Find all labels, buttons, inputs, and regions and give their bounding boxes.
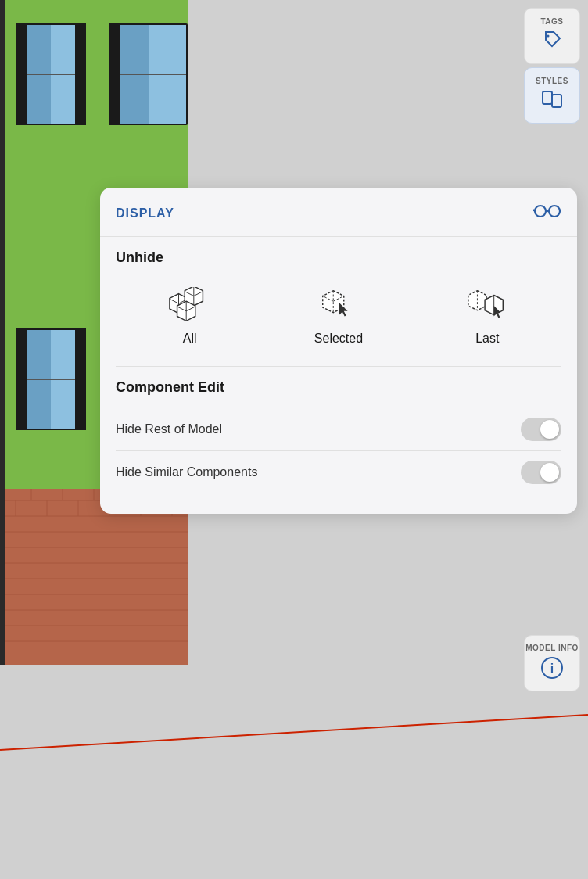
svg-line-60: [560, 210, 561, 211]
hide-rest-toggle-row: Hide Rest of Model: [116, 408, 561, 450]
hide-rest-label: Hide Rest of Model: [116, 422, 222, 436]
component-edit-title: Component Edit: [116, 379, 561, 396]
unhide-last-label: Last: [475, 332, 499, 346]
svg-rect-29: [16, 23, 27, 125]
svg-point-57: [549, 206, 560, 217]
svg-line-50: [0, 715, 588, 750]
model-info-icon: i: [540, 655, 565, 683]
unhide-title: Unhide: [116, 249, 561, 266]
hide-similar-toggle-row: Hide Similar Components: [116, 451, 561, 493]
styles-icon: [540, 88, 564, 115]
unhide-all-label: All: [183, 332, 197, 346]
glasses-icon[interactable]: [533, 203, 561, 224]
svg-rect-30: [75, 23, 86, 125]
svg-text:i: i: [550, 662, 554, 675]
diagonal-red-line: [0, 707, 588, 754]
panel-header: DISPLAY: [100, 203, 577, 237]
styles-button[interactable]: STYLES: [524, 67, 580, 124]
unhide-selected-button[interactable]: Selected: [299, 278, 378, 353]
unhide-all-button[interactable]: All: [151, 278, 229, 353]
display-panel: DISPLAY Unhide: [100, 188, 577, 514]
selected-cubes-icon: [315, 286, 362, 325]
unhide-selected-label: Selected: [314, 332, 363, 346]
hide-similar-toggle[interactable]: [521, 461, 561, 484]
all-cubes-icon: [167, 286, 213, 325]
unhide-buttons-group: All Selecte: [116, 278, 561, 353]
hide-similar-label: Hide Similar Components: [116, 465, 257, 479]
right-sidebar: TAGS STYLES: [524, 8, 580, 124]
model-info-button[interactable]: MODEL INFO i: [524, 635, 580, 691]
tags-icon: [541, 29, 563, 56]
component-edit-section: Component Edit Hide Rest of Model Hide S…: [100, 367, 577, 506]
last-cubes-icon: [464, 286, 511, 325]
tags-button[interactable]: TAGS: [524, 8, 580, 64]
svg-rect-43: [75, 328, 86, 430]
svg-rect-23: [0, 0, 5, 665]
svg-rect-42: [16, 328, 27, 430]
svg-rect-52: [543, 91, 552, 104]
svg-point-56: [535, 206, 546, 217]
svg-point-51: [547, 34, 550, 37]
unhide-section: Unhide: [100, 237, 577, 366]
svg-line-59: [533, 210, 535, 211]
hide-rest-toggle[interactable]: [521, 418, 561, 441]
unhide-last-button[interactable]: Last: [448, 278, 526, 353]
panel-title: DISPLAY: [116, 206, 174, 221]
svg-rect-36: [109, 23, 120, 125]
svg-rect-53: [552, 95, 561, 107]
